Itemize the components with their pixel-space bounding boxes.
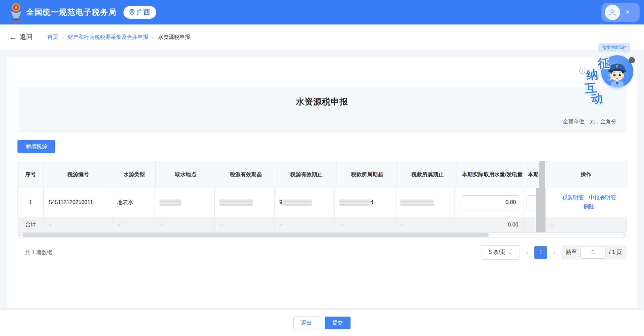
col-header-water-amount: 本期实际取用水量/发电量 (458, 161, 527, 188)
prev-page-icon[interactable]: ‹ (525, 249, 530, 256)
top-header-bar: 中国税务 全国统一规范电子税务局 广西 ▼ (0, 0, 644, 24)
user-account-menu[interactable]: ▼ (601, 3, 640, 22)
total-dash: -- (155, 217, 215, 232)
assistant-label-char: 动 (590, 90, 604, 107)
total-dash: -- (275, 217, 335, 232)
fixed-column-divider (536, 188, 546, 217)
current-page-button[interactable]: 1 (534, 246, 547, 259)
add-tax-source-button[interactable]: 新增税源 (17, 140, 55, 153)
row-actions-cell: 税源明细 申报表明细 删除 (546, 188, 627, 217)
row-index: 1 (18, 188, 44, 217)
location-pin-icon (129, 9, 135, 15)
water-amount-input[interactable] (461, 195, 520, 209)
tax-bureau-logo: 中国税务 (10, 3, 22, 22)
breadcrumb-separator-icon: › (62, 35, 64, 40)
redacted-block (400, 199, 434, 206)
tax-source-table: 序号 税源编号 水源类型 取水地点 税源有效期起 税源有效期止 税款所属期起 税… (17, 161, 627, 232)
back-button[interactable]: ← 返回 (9, 33, 33, 42)
col-header-period-start: 税款所属期起 (337, 161, 398, 188)
row-valid-start-redacted (215, 188, 275, 217)
redacted-block (282, 199, 312, 206)
avatar (605, 5, 620, 20)
total-water-amount: 0.00 (455, 217, 524, 232)
delete-link[interactable]: 删除 (584, 203, 594, 211)
scroll-right-icon[interactable]: › (624, 232, 625, 237)
pagination: 5 条/页 ⌄ ‹ 1 › 跳至 / 1 页 (481, 245, 627, 260)
page-size-select[interactable]: 5 条/页 ⌄ (481, 245, 520, 260)
col-header-index: 序号 (18, 161, 44, 188)
horizontal-scrollbar[interactable]: ‹ › (17, 232, 627, 238)
breadcrumb-parent[interactable]: 财产和行为税税源采集及合并申报 (68, 34, 148, 41)
col-header-water-type: 水源类型 (113, 161, 156, 188)
chevron-down-icon: ⌄ (508, 250, 512, 255)
row-water-type: 地表水 (112, 188, 155, 217)
row-truncated-cell (524, 188, 536, 217)
next-page-icon[interactable]: › (552, 249, 557, 256)
valid-end-prefix: 9 (279, 199, 282, 205)
scroll-left-icon[interactable]: ‹ (19, 232, 20, 237)
jump-page-input[interactable] (580, 247, 606, 259)
app-title: 全国统一规范电子税务局 (26, 7, 117, 17)
jump-label: 跳至 (566, 249, 577, 256)
redacted-block (219, 199, 253, 206)
region-label: 广西 (137, 8, 150, 17)
chevron-down-icon: ▼ (626, 10, 630, 15)
total-pages-label: / 1 页 (609, 249, 622, 256)
col-header-valid-end: 税源有效期止 (276, 161, 337, 188)
exit-button[interactable]: 退出 (293, 317, 319, 329)
minimize-assistant-button[interactable]: − (629, 57, 635, 63)
table-row: 1 S45112120250011 地表水 9 4 税源明细 申报表明细 删 (18, 188, 627, 217)
col-header-truncated: 本期 (527, 161, 539, 188)
card-divider (17, 82, 627, 82)
help-tooltip[interactable]: 需要帮助吗? (598, 43, 630, 52)
page-jump-group: 跳至 / 1 页 (561, 245, 627, 260)
scrollbar-thumb[interactable] (22, 233, 489, 237)
col-header-period-end: 税款所属期止 (398, 161, 458, 188)
table-header-row: 序号 税源编号 水源类型 取水地点 税源有效期起 税源有效期止 税款所属期起 税… (18, 161, 627, 188)
declaration-detail-link[interactable]: 申报表明细 (589, 194, 616, 202)
breadcrumb-bar: ← 返回 首页 › 财产和行为税税源采集及合并申报 › 水资源税申报 (0, 24, 644, 50)
col-header-valid-start: 税源有效期起 (216, 161, 276, 188)
breadcrumb-home[interactable]: 首页 (47, 34, 58, 41)
total-dash: -- (395, 217, 455, 232)
row-source-no: S45112120250011 (44, 188, 112, 217)
truncated-input[interactable] (527, 195, 536, 209)
period-start-suffix: 4 (370, 199, 373, 205)
breadcrumb: 首页 › 财产和行为税税源采集及合并申报 › 水资源税申报 (47, 34, 190, 41)
assistant-label-char: 征 (597, 55, 610, 72)
row-intake-location-redacted (155, 188, 215, 217)
total-actions-dash: -- (546, 217, 627, 232)
back-arrow-icon: ← (9, 33, 16, 41)
region-selector[interactable]: 广西 (123, 6, 156, 19)
fixed-column-divider (539, 161, 545, 188)
total-truncated-cell (524, 217, 536, 232)
redacted-block (339, 199, 370, 206)
total-count-text: 共 1 项数据 (25, 249, 52, 256)
row-period-end-redacted (395, 188, 455, 217)
total-dash: -- (44, 217, 112, 232)
page-size-value: 5 条/页 (489, 249, 505, 256)
total-dash: -- (335, 217, 395, 232)
title-panel: 水资源税申报 金额单位：元，至角分 (17, 87, 627, 132)
col-header-actions: 操作 (545, 161, 627, 188)
tax-source-detail-link[interactable]: 税源明细 (562, 194, 584, 202)
breadcrumb-current: 水资源税申报 (158, 34, 190, 41)
col-header-source-no: 税源编号 (44, 161, 113, 188)
back-label: 返回 (20, 33, 33, 42)
row-valid-end-redacted: 9 (275, 188, 335, 217)
svg-text:中国税务: 中国税务 (11, 18, 21, 21)
main-card: i 水资源税申报 金额单位：元，至角分 新增税源 序号 税源编号 水源类型 取水… (7, 57, 637, 308)
total-dash: -- (215, 217, 275, 232)
row-water-amount-cell (455, 188, 524, 217)
col-header-intake-location: 取水地点 (156, 161, 216, 188)
total-label: 合计 (18, 217, 44, 232)
amount-unit-note: 金额单位：元，至角分 (563, 118, 616, 125)
page-title: 水资源税申报 (17, 96, 627, 107)
interactive-assistant: 需要帮助吗? 征 纳 互 动 − (584, 40, 641, 104)
table-total-row: 合计 -- -- -- -- -- -- -- 0.00 -- (18, 217, 627, 232)
total-dash: -- (112, 217, 155, 232)
fixed-column-divider (536, 217, 546, 232)
submit-button[interactable]: 提交 (325, 317, 351, 329)
row-period-start-redacted: 4 (335, 188, 395, 217)
user-icon (608, 8, 617, 17)
